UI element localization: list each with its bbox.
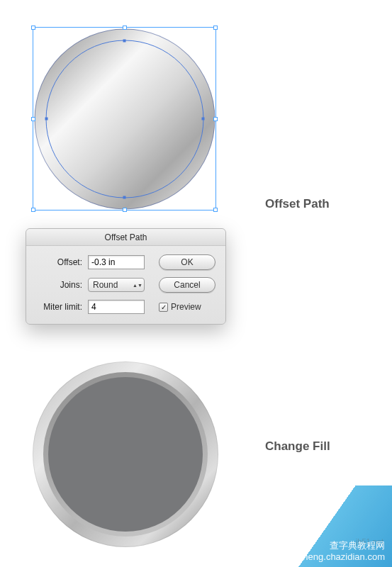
offset-path-dialog: Offset Path Offset: OK Joins: Round ▲▼ C… <box>26 228 226 325</box>
resize-handle-w[interactable] <box>31 117 35 121</box>
selected-circle-artwork <box>34 28 215 209</box>
dialog-body: Offset: OK Joins: Round ▲▼ Cancel Miter … <box>26 246 225 324</box>
preview-row: ✓ Preview <box>159 302 215 312</box>
miter-input[interactable] <box>88 300 145 314</box>
joins-select[interactable]: Round ▲▼ <box>88 278 145 292</box>
watermark-line-2: jiaocheng.chazidian.com <box>284 551 385 562</box>
resize-handle-nw[interactable] <box>31 26 35 30</box>
joins-value: Round <box>93 280 118 290</box>
cancel-button[interactable]: Cancel <box>159 277 215 293</box>
filled-circle-artwork <box>33 361 218 547</box>
watermark-text: 查字典教程网 jiaocheng.chazidian.com <box>284 540 385 563</box>
resize-handle-s[interactable] <box>123 208 127 212</box>
resize-handle-n[interactable] <box>123 26 127 30</box>
preview-label: Preview <box>171 302 201 312</box>
resize-handle-se[interactable] <box>213 208 218 212</box>
dialog-title: Offset Path <box>26 229 225 246</box>
offset-input[interactable] <box>88 255 145 269</box>
caption-offset-path: Offset Path <box>265 197 330 211</box>
offset-label: Offset: <box>36 257 82 267</box>
caption-change-fill: Change Fill <box>265 439 330 454</box>
inner-fill-circle <box>48 377 203 532</box>
watermark-line-1: 查字典教程网 <box>330 540 385 551</box>
checkmark-icon: ✓ <box>161 303 167 311</box>
watermark: jb51.net 查字典教程网 jiaocheng.chazidian.com <box>282 485 392 567</box>
preview-checkbox[interactable]: ✓ <box>159 303 168 312</box>
updown-arrows-icon: ▲▼ <box>134 284 141 287</box>
resize-handle-sw[interactable] <box>31 208 35 212</box>
ok-button[interactable]: OK <box>159 254 215 270</box>
miter-label: Miter limit: <box>36 302 82 312</box>
joins-label: Joins: <box>36 280 82 290</box>
resize-handle-e[interactable] <box>213 117 218 121</box>
bounding-box <box>33 27 216 210</box>
resize-handle-ne[interactable] <box>213 26 218 30</box>
